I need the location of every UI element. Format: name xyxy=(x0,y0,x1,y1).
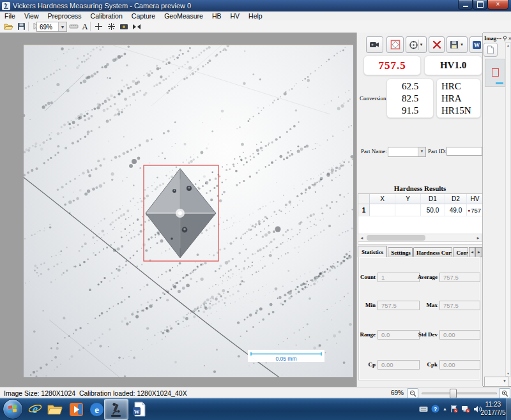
taskbar-browser-button[interactable]: e xyxy=(88,401,105,417)
stat-row: Min 757.5 Max 757.5 xyxy=(359,301,480,310)
conversion-label: Conversion xyxy=(360,95,386,101)
image-list-select[interactable]: ▼ xyxy=(484,377,508,387)
camera-capture-button[interactable] xyxy=(366,36,383,53)
conversion-unit: HRC xyxy=(441,80,480,93)
svg-text:W: W xyxy=(133,409,139,415)
taskbar-word-button[interactable]: W xyxy=(130,401,147,417)
new-report-button[interactable] xyxy=(484,43,498,57)
conversion-value: 91.5 xyxy=(387,105,433,117)
capture-frame-button[interactable] xyxy=(118,21,130,32)
cell-d2: 49.0 xyxy=(445,204,467,216)
zoom-slider-thumb[interactable] xyxy=(450,389,457,398)
scroll-down-icon[interactable]: ▼ xyxy=(506,371,510,375)
menu-preprocess[interactable]: Preprocess xyxy=(43,11,86,20)
tab-hardness-curve[interactable]: Hardness Curve xyxy=(413,247,453,257)
image-list-select-arrow-icon[interactable]: ▼ xyxy=(501,377,508,386)
taskbar-ie-button[interactable]: e xyxy=(27,401,43,417)
scratch-line xyxy=(49,320,119,377)
crosshair-tool-button[interactable] xyxy=(105,21,117,32)
ruler-icon xyxy=(69,24,79,29)
delete-result-button[interactable] xyxy=(429,36,445,53)
scratch-line xyxy=(151,45,222,106)
micrograph-image[interactable]: 0.05 mm xyxy=(24,45,353,377)
zoom-slider-track[interactable] xyxy=(422,393,497,394)
col-d1: D1 xyxy=(421,194,445,204)
tray-expand-icon[interactable]: ▲ xyxy=(443,407,447,411)
indent-detect-button[interactable] xyxy=(386,36,404,53)
cross-tool-button[interactable] xyxy=(93,21,104,32)
save-dropdown-icon[interactable]: ▾ xyxy=(459,40,464,50)
menu-file[interactable]: File xyxy=(0,11,20,20)
hscroll-thumb[interactable] xyxy=(367,235,425,241)
tab-settings[interactable]: Settings xyxy=(388,247,413,257)
measure-tool-button[interactable] xyxy=(68,21,79,32)
save-floppy-icon xyxy=(17,22,26,31)
text-tool-label: A xyxy=(82,22,88,32)
titlebar: Vickers Hardness Measuring System - Came… xyxy=(0,0,511,11)
text-tool-button[interactable]: A xyxy=(79,21,91,32)
menu-hv[interactable]: HV xyxy=(225,11,244,20)
system-tray: ? ▲ xyxy=(419,398,482,420)
show-desktop-button[interactable] xyxy=(507,398,511,420)
col-d2: D2 xyxy=(445,194,467,204)
result-row[interactable]: 1 50.0 49.0 ● 757 xyxy=(358,204,483,216)
measurement-panel: ▾ ▾ W xyxy=(356,33,483,387)
panel-close-icon[interactable]: × xyxy=(508,36,511,41)
tab-scroll-right-button[interactable]: ► xyxy=(475,247,482,257)
zoom-in-button[interactable] xyxy=(499,388,510,398)
zoom-out-button[interactable] xyxy=(407,388,418,398)
image-list-scrollbar[interactable]: ▲ ▼ xyxy=(505,42,511,377)
client-area: 0.05 mm xyxy=(0,33,511,387)
clock[interactable]: 11:23 2017/7/5 xyxy=(480,400,506,417)
tab-statistics[interactable]: Statistics xyxy=(358,246,387,257)
word-document-icon: W xyxy=(132,401,146,417)
width-measure-button[interactable] xyxy=(131,21,142,32)
menu-help[interactable]: Help xyxy=(244,11,267,20)
tray-keyboard-icon[interactable] xyxy=(419,406,428,412)
results-header-row: X Y D1 D2 HV xyxy=(358,194,483,204)
menu-hb[interactable]: HB xyxy=(208,11,226,20)
window-controls: × xyxy=(458,0,508,10)
menu-capture[interactable]: Capture xyxy=(127,11,160,20)
taskbar-hardness-app-button[interactable] xyxy=(104,399,128,420)
zoom-select[interactable]: 69% ▼ xyxy=(36,22,67,32)
hardness-value-display: 757.5 xyxy=(363,56,421,75)
menu-calibration[interactable]: Calibration xyxy=(86,11,127,20)
minimize-button[interactable] xyxy=(458,0,473,10)
taskbar-explorer-button[interactable] xyxy=(47,401,63,417)
pan-dropdown-icon[interactable]: ▾ xyxy=(418,40,424,50)
taskbar-media-player-button[interactable] xyxy=(68,401,84,417)
maximize-button[interactable] xyxy=(473,0,487,10)
part-name-select[interactable]: ▼ xyxy=(388,147,426,157)
scroll-up-icon[interactable]: ▲ xyxy=(506,43,510,47)
pan-move-button[interactable]: ▾ xyxy=(406,36,427,53)
save-results-button[interactable]: ▾ xyxy=(446,36,468,53)
close-button[interactable]: × xyxy=(487,0,508,10)
folder-icon xyxy=(47,403,63,416)
scroll-right-icon[interactable]: ► xyxy=(475,236,482,240)
zoom-select-arrow-icon[interactable]: ▼ xyxy=(58,22,66,31)
menu-view[interactable]: View xyxy=(20,11,43,20)
pin-icon[interactable] xyxy=(503,36,507,41)
part-name-arrow-icon[interactable]: ▼ xyxy=(418,147,425,156)
start-button[interactable] xyxy=(3,399,23,419)
window-title: Vickers Hardness Measuring System - Came… xyxy=(13,2,191,10)
action-center-flag-icon[interactable] xyxy=(450,405,458,413)
range-field: 0.0 xyxy=(378,330,420,340)
image-thumbnail[interactable] xyxy=(485,59,505,87)
svg-text:e: e xyxy=(33,402,38,416)
tab-conversion[interactable]: Conv xyxy=(453,247,468,257)
magnifier-plus-icon xyxy=(501,390,508,397)
menu-geomeasure[interactable]: GeoMeasure xyxy=(160,11,208,20)
network-icon[interactable] xyxy=(461,405,470,413)
open-button[interactable] xyxy=(3,21,14,32)
part-id-input[interactable] xyxy=(446,147,482,156)
cell-d1: 50.0 xyxy=(421,204,445,216)
indent-diamond-icon xyxy=(390,40,400,50)
save-button[interactable] xyxy=(15,21,27,32)
results-hscrollbar[interactable]: ◄ ► xyxy=(358,234,482,242)
pan-arrows-icon xyxy=(409,40,418,50)
scroll-left-icon[interactable]: ◄ xyxy=(358,236,365,240)
tab-scroll-left-button[interactable]: ◄ xyxy=(469,247,476,257)
tray-help-icon[interactable]: ? xyxy=(431,405,439,413)
